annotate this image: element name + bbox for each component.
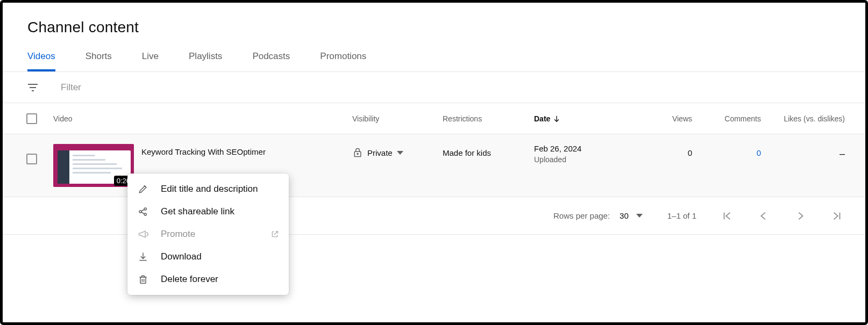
visibility-value: Private xyxy=(367,148,393,157)
filter-input[interactable] xyxy=(60,82,221,93)
menu-get-link[interactable]: Get shareable link xyxy=(127,200,289,223)
tab-promotions[interactable]: Promotions xyxy=(320,51,366,71)
column-views[interactable]: Views xyxy=(623,114,692,123)
svg-point-8 xyxy=(139,211,141,213)
date-value: Feb 26, 2024 xyxy=(534,144,581,153)
download-icon xyxy=(137,251,149,263)
menu-item-label: Promote xyxy=(161,229,195,240)
svg-line-12 xyxy=(141,212,145,214)
svg-point-10 xyxy=(144,213,146,215)
megaphone-icon xyxy=(137,228,149,240)
visibility-dropdown[interactable]: Private xyxy=(367,148,403,157)
tab-shorts[interactable]: Shorts xyxy=(86,51,112,71)
menu-item-label: Delete forever xyxy=(161,274,218,285)
svg-point-9 xyxy=(144,208,146,210)
tab-live[interactable]: Live xyxy=(142,51,159,71)
tab-playlists[interactable]: Playlists xyxy=(189,51,222,71)
next-page-button[interactable] xyxy=(794,210,806,222)
column-likes[interactable]: Likes (vs. dislikes) xyxy=(761,114,845,123)
menu-item-label: Edit title and description xyxy=(161,184,258,194)
svg-rect-15 xyxy=(140,277,146,284)
pencil-icon xyxy=(137,183,149,195)
row-checkbox[interactable] xyxy=(26,154,37,164)
svg-point-5 xyxy=(357,153,358,154)
menu-download[interactable]: Download xyxy=(127,245,289,268)
rows-per-page-label: Rows per page: xyxy=(553,211,610,220)
rows-per-page-value: 30 xyxy=(620,211,629,220)
column-visibility[interactable]: Visibility xyxy=(352,114,443,123)
svg-line-11 xyxy=(141,210,145,211)
comments-value[interactable]: 0 xyxy=(692,144,761,157)
chevron-down-icon xyxy=(636,214,643,218)
filter-icon[interactable] xyxy=(26,81,39,94)
sort-desc-icon xyxy=(552,114,561,123)
table-header: Video Visibility Restrictions Date Views… xyxy=(3,103,865,134)
tab-podcasts[interactable]: Podcasts xyxy=(252,51,290,71)
tabs: Videos Shorts Live Playlists Podcasts Pr… xyxy=(3,51,865,72)
menu-edit-title[interactable]: Edit title and description xyxy=(127,178,289,200)
prev-page-button[interactable] xyxy=(758,210,770,222)
column-video[interactable]: Video xyxy=(53,114,352,123)
restrictions-value: Made for kids xyxy=(443,144,534,157)
chevron-down-icon xyxy=(397,151,403,155)
likes-value: – xyxy=(761,144,845,160)
context-menu: Edit title and description Get shareable… xyxy=(127,174,289,295)
share-icon xyxy=(137,206,149,218)
date-status: Uploaded xyxy=(534,155,581,164)
menu-delete[interactable]: Delete forever xyxy=(127,268,289,291)
views-value: 0 xyxy=(623,144,692,157)
column-date-label: Date xyxy=(534,114,550,123)
select-all-checkbox[interactable] xyxy=(26,113,37,124)
rows-per-page-select[interactable]: 30 xyxy=(620,211,643,220)
page-range: 1–1 of 1 xyxy=(667,211,696,220)
menu-promote: Promote xyxy=(127,223,289,245)
column-restrictions[interactable]: Restrictions xyxy=(443,114,534,123)
menu-item-label: Download xyxy=(161,251,202,262)
column-comments[interactable]: Comments xyxy=(692,114,761,123)
menu-item-label: Get shareable link xyxy=(161,206,234,217)
page-title: Channel content xyxy=(27,19,865,36)
tab-videos[interactable]: Videos xyxy=(27,51,55,71)
column-date[interactable]: Date xyxy=(534,114,623,123)
video-thumbnail[interactable]: 0:26 xyxy=(53,144,134,187)
last-page-button[interactable] xyxy=(831,210,843,222)
first-page-button[interactable] xyxy=(721,210,733,222)
lock-icon xyxy=(352,147,363,158)
external-link-icon xyxy=(271,230,279,239)
trash-icon xyxy=(137,273,149,285)
